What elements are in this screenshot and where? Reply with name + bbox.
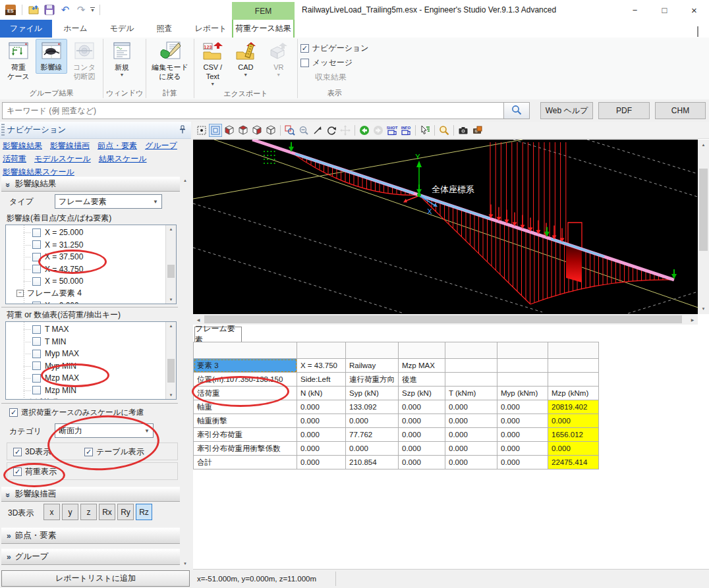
table-cell[interactable]: 0.000 — [399, 400, 445, 414]
tree-checkbox-unchecked-icon[interactable] — [32, 325, 41, 334]
undo-icon[interactable]: ↶ — [59, 3, 72, 16]
keyword-search-input[interactable] — [2, 102, 509, 119]
result-table[interactable]: 要素 3X = 43.750RailwayMzp MAX位置(m):107.35… — [193, 342, 599, 469]
influence-point-item-1[interactable]: X = 31.250 — [32, 239, 83, 251]
table-cell[interactable]: 0.000 — [297, 428, 346, 442]
table-cell[interactable] — [194, 342, 297, 359]
influence-point-item-4[interactable]: X = 50.000 — [32, 275, 83, 287]
view-front-icon[interactable] — [250, 124, 264, 137]
search-view-icon[interactable] — [438, 124, 451, 137]
table-cell[interactable]: 活荷重 — [194, 387, 297, 400]
axis-button-Rz[interactable]: Rz — [136, 504, 152, 520]
table-cell[interactable] — [548, 373, 599, 387]
table-cell[interactable]: 0.000 — [297, 414, 346, 428]
open-file-icon[interactable] — [27, 3, 40, 16]
table-cell[interactable] — [399, 342, 445, 359]
table-cell[interactable] — [497, 373, 548, 387]
extract-key-item-0[interactable]: T MAX — [32, 323, 69, 335]
tree-checkbox-unchecked-icon[interactable] — [32, 386, 41, 394]
ribbon-button-新規[interactable]: 新規▼ — [106, 39, 138, 78]
table-cell[interactable]: 0.000 — [399, 414, 445, 428]
menu-tab-4[interactable]: レポート — [184, 20, 239, 38]
table-cell[interactable]: 0.000 — [497, 414, 548, 428]
table-cell[interactable]: Myp (kNm) — [497, 387, 548, 400]
tree-checkbox-unchecked-icon[interactable] — [32, 302, 41, 305]
table-cell[interactable]: 0.000 — [399, 442, 445, 456]
tree-checkbox-unchecked-icon[interactable] — [32, 265, 41, 273]
table-cell[interactable]: 0.000 — [497, 442, 548, 456]
ribbon-button-編集モードに戻る[interactable]: 編集モード に戻る — [149, 39, 191, 83]
table-cell[interactable]: 0.000 — [445, 428, 497, 442]
table-cell[interactable]: X = 43.750 — [297, 359, 346, 373]
history-back-icon[interactable] — [358, 124, 371, 137]
display-3d-checkbox[interactable]: ✓ 3D表示 — [13, 446, 51, 458]
table-cell[interactable] — [497, 342, 548, 359]
nav-link-6[interactable]: 結果スケール — [99, 153, 147, 165]
influence-point-item-5[interactable]: −フレーム要素 4 — [16, 288, 82, 300]
table-cell[interactable]: 0.000 — [548, 442, 599, 456]
view-iso-icon[interactable] — [223, 124, 236, 137]
qat-customize-icon[interactable]: ▼ — [90, 7, 95, 13]
pdf-help-button[interactable]: PDF — [598, 102, 650, 119]
viewport-3d[interactable]: YX全体座標系 — [193, 140, 698, 314]
table-cell[interactable] — [497, 359, 548, 373]
axis-button-x[interactable]: x — [43, 504, 60, 520]
checkbox-ナビゲーション[interactable]: ✓ナビゲーション — [300, 43, 369, 54]
table-cell[interactable]: 連行荷重方向 — [346, 373, 399, 387]
extract-key-item-3[interactable]: Myp MIN — [32, 360, 76, 372]
nav-link-5[interactable]: モデルスケール — [34, 153, 91, 165]
table-cell[interactable]: 22475.414 — [548, 456, 599, 469]
table-cell[interactable]: 位置(m):107.350-138.150 — [194, 373, 297, 387]
table-cell[interactable]: 210.854 — [346, 456, 399, 469]
tab-load-case-results[interactable]: 荷重ケース結果 — [232, 20, 295, 38]
axis-button-Rx[interactable]: Rx — [99, 504, 115, 520]
section-header-influence-draw[interactable]: » 影響線描画 — [1, 487, 180, 502]
checkbox-メッセージ[interactable]: メッセージ — [300, 57, 369, 68]
table-cell[interactable] — [445, 359, 497, 373]
ribbon-button-CSV/Text[interactable]: 123CSV / Text▼ — [197, 39, 229, 88]
tree-scrollbar[interactable]: ▲▼ — [165, 225, 176, 304]
table-cell[interactable]: 0.000 — [346, 442, 399, 456]
redo-icon[interactable]: ↷ — [74, 3, 88, 16]
menu-tab-3[interactable]: 照査 — [146, 20, 184, 38]
fit-view-icon[interactable] — [209, 124, 222, 137]
table-cell[interactable]: 合計 — [194, 456, 297, 469]
tree-checkbox-unchecked-icon[interactable] — [32, 277, 41, 286]
table-cell[interactable]: 牽引分布荷重 — [194, 428, 297, 442]
table-cell[interactable]: 0.000 — [445, 414, 497, 428]
table-cell[interactable]: 0.000 — [297, 456, 346, 469]
influence-point-item-3[interactable]: X = 43.750 — [32, 263, 83, 275]
nav-link-3[interactable]: グループ — [145, 140, 177, 151]
table-cell[interactable]: 0.000 — [548, 414, 599, 428]
load-table-tree[interactable]: T MAXT MINMyp MAXMyp MINMzp MAXMzp MIN+全… — [5, 321, 177, 400]
scale-checkbox-row[interactable]: ✓ 選択荷重ケースのみスケールに考慮 — [9, 408, 144, 417]
table-cell[interactable]: 軸重衝撃 — [194, 414, 297, 428]
ribbon-button-VR[interactable]: VR▼ — [263, 39, 295, 78]
table-cell[interactable]: 0.000 — [445, 442, 497, 456]
search-button[interactable] — [503, 102, 530, 119]
nav-link-1[interactable]: 影響線描画 — [50, 140, 90, 151]
ribbon-collapse-icon[interactable] — [697, 28, 698, 37]
table-cell[interactable]: 77.762 — [346, 428, 399, 442]
nav-link-4[interactable]: 活荷重 — [3, 153, 26, 165]
save-icon[interactable] — [43, 3, 56, 16]
view-wireframe-icon[interactable] — [264, 124, 277, 137]
viewport-horizontal-scrollbar[interactable]: ◀ ▶ — [193, 314, 698, 325]
tree-checkbox-unchecked-icon[interactable] — [32, 350, 41, 358]
history-forward-icon[interactable] — [372, 124, 385, 137]
extract-key-item-2[interactable]: Myp MAX — [32, 348, 79, 360]
table-cell[interactable]: 0.000 — [399, 456, 445, 469]
table-cell[interactable]: 0.000 — [497, 400, 548, 414]
view-top-icon[interactable] — [237, 124, 250, 137]
table-cell[interactable]: Mzp MAX — [399, 359, 445, 373]
add-to-report-list-button[interactable]: レポートリストに追加 — [1, 570, 190, 587]
rotate-view-icon[interactable] — [325, 124, 338, 137]
navigation-header[interactable]: ナビゲーション — [0, 122, 191, 139]
drag-grip[interactable] — [1, 124, 5, 136]
table-cell[interactable] — [445, 342, 497, 359]
shot-capture-icon[interactable]: SHOT — [385, 124, 399, 137]
tree-checkbox-unchecked-icon[interactable] — [32, 337, 41, 346]
table-cell[interactable]: 20819.402 — [548, 400, 599, 414]
tree-checkbox-unchecked-icon[interactable] — [32, 253, 41, 261]
table-cell[interactable]: 133.092 — [346, 400, 399, 414]
